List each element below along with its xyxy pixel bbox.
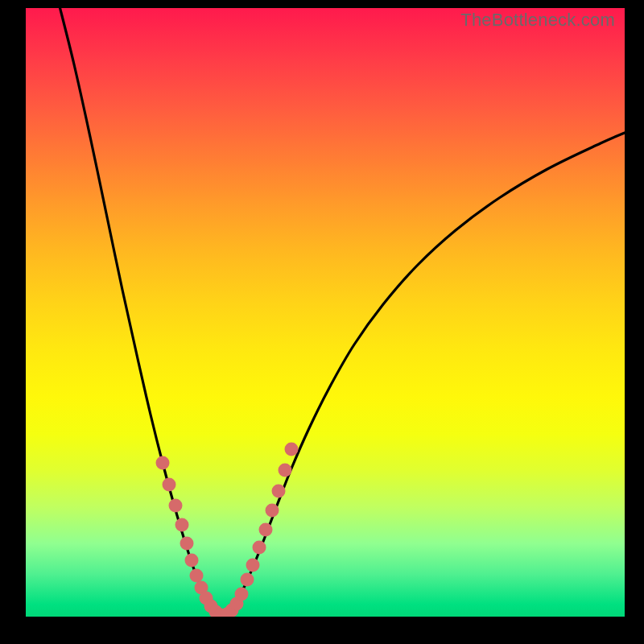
data-dot-right (235, 588, 249, 601)
data-dot-left (169, 499, 183, 513)
data-dot-right (246, 559, 260, 572)
data-dot-right (259, 523, 273, 537)
data-dot-right (266, 504, 279, 518)
data-dot-left (163, 478, 176, 492)
data-dot-right (285, 443, 299, 456)
chart-svg (26, 8, 625, 617)
data-dot-left (180, 537, 194, 551)
data-dot-left (190, 569, 204, 583)
curve-right (222, 133, 625, 617)
data-dot-right (272, 485, 286, 498)
data-dot-right (241, 573, 254, 587)
data-dot-left (156, 456, 170, 470)
data-dot-right (253, 541, 266, 555)
curve-left (58, 8, 222, 617)
data-dot-left (185, 554, 199, 568)
data-dot-right (279, 464, 292, 477)
watermark-text: TheBottleneck.com (460, 10, 615, 31)
data-dot-left (175, 518, 189, 532)
